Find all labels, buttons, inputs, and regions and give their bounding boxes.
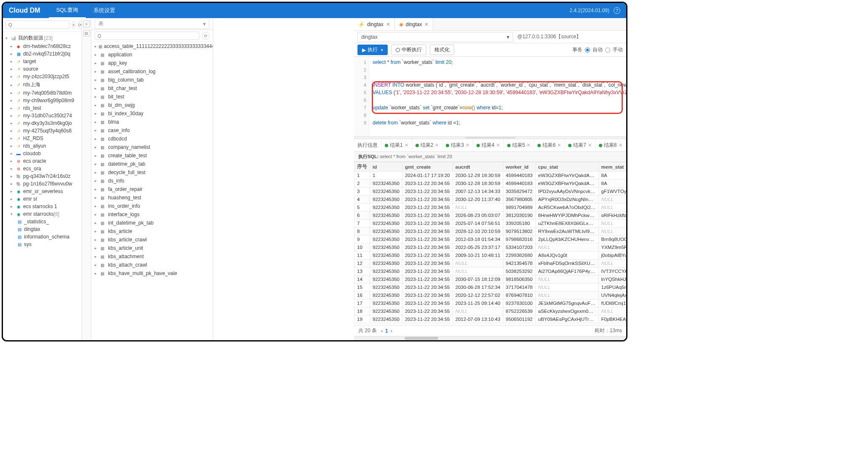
table-item[interactable]: ▸▦kbs_attach_crawl [91,261,213,269]
close-icon[interactable]: ✕ [496,143,500,148]
editor-tab[interactable]: ◉dingtax✕ [395,18,434,30]
result-tab[interactable]: 结果3✕ [442,139,473,151]
table-item[interactable]: ▸▦kbs_article_crawl [91,236,213,244]
datasource-search-input[interactable] [5,21,69,29]
datasource-item[interactable]: ▸↗my-31dh07uc350t274 [3,112,82,119]
table-filter-input[interactable] [95,32,199,40]
table-row[interactable]: 1692232453502023-11-22 20:34:552020-12-1… [355,291,627,299]
table-item[interactable]: ▸▦blma [91,118,213,126]
result-tab[interactable]: 结果6✕ [534,139,565,151]
column-header[interactable]: gmt_create [402,162,453,172]
pager[interactable]: ‹1› [381,328,392,334]
table-item[interactable]: ▸▦bi_dm_swjg [91,101,213,109]
datasource-item[interactable]: ▸↗rds上海 [3,80,82,89]
sql-editor[interactable]: 123456789 select * from `worker_stats` l… [354,57,626,137]
column-header[interactable]: 序号 [355,162,370,172]
result-tab[interactable]: 结果7✕ [565,139,595,151]
table-row[interactable]: 1192232453502023-11-22 20:34:552009-10-2… [355,251,627,259]
table-row[interactable]: 112024-01-17 17:19:202030-12-28 18:30:59… [355,172,627,180]
result-tab[interactable]: 结果4✕ [473,139,504,151]
table-row[interactable]: 692232453502023-11-22 20:34:552026-08-23… [355,212,627,220]
table-row[interactable]: 1292232453502023-11-22 20:34:55NULL94213… [355,259,627,267]
close-icon[interactable]: ✕ [619,143,622,148]
table-item[interactable]: ▸▦app_key [91,59,213,67]
table-item[interactable]: ▸▦kbs_article_unit [91,244,213,252]
close-icon[interactable]: ✕ [527,143,530,148]
result-tab[interactable]: 结果5✕ [504,139,535,151]
table-item[interactable]: ▸▦ins_order_info [91,202,213,210]
refresh-tables-icon[interactable]: ⟳ [202,32,209,40]
scrollbar-horizontal[interactable] [354,336,626,340]
datasource-item[interactable]: ▸↗HZ_RDS [3,135,82,142]
schema-item[interactable]: ▤information_schema [3,233,82,241]
datasource-item[interactable]: ▸↗my-7elq005i8b78d0m [3,89,82,97]
table-item[interactable]: ▸▦kbs_have_multi_pk_have_vale [91,269,213,278]
datasource-item[interactable]: ▸↗my-4275uqf3y4q60s6 [3,127,82,135]
datasource-item[interactable]: ▸↗source [3,65,82,73]
schema-item[interactable]: ▤sys [3,241,82,248]
table-row[interactable]: 1892232453502023-11-22 20:34:55NULL87522… [355,307,627,315]
close-icon[interactable]: ✕ [466,143,469,148]
datasource-item[interactable]: ▸▬cloudob [3,150,82,157]
table-item[interactable]: ▸▦interface_logs [91,210,213,219]
interrupt-button[interactable]: 中断执行 [391,45,426,55]
datasource-item[interactable]: ▸▦db2-nvkq57z1bfr2j0q [3,50,82,58]
close-icon[interactable]: ✕ [386,21,390,27]
datasource-item[interactable]: ▸↗target [3,58,82,65]
topnav-SQL查询[interactable]: SQL查询 [49,3,86,18]
table-row[interactable]: 492232453502023-11-22 20:34:552030-12-20… [355,196,627,204]
txn-manual-radio[interactable] [605,48,610,53]
result-tab[interactable]: 结果2✕ [412,139,443,151]
format-button[interactable]: 格式化 [430,45,454,55]
datasource-item[interactable]: ▸◉ecs starrocks 1 [3,203,82,210]
datasource-item[interactable]: ▸↗rds_test [3,104,82,112]
datasource-item[interactable]: ▸◉emr sr [3,195,82,203]
table-item[interactable]: ▸▦fa_order_repair [91,185,213,193]
table-item[interactable]: ▸▦int_datetime_pk_tab [91,219,213,227]
table-item[interactable]: ▸▦datetime_pk_tab [91,160,213,168]
table-item[interactable]: ▸▦access_table_1111122222223333333333333… [91,42,213,50]
table-row[interactable]: 392232453502023-11-22 20:34:552007-12-13… [355,188,627,196]
table-item[interactable]: ▸▦decycle_full_test [91,168,213,177]
table-row[interactable]: 292232453502023-11-22 20:34:552030-12-28… [355,180,627,188]
database-select[interactable]: dingtax▾ [357,32,513,42]
table-row[interactable]: 1992232453502023-11-22 20:34:552012-07-0… [355,315,627,323]
table-item[interactable]: ▸▦asset_calibration_log [91,67,213,76]
table-item[interactable]: ▸▦kbs_article [91,227,213,236]
close-icon[interactable]: ✕ [435,143,439,148]
datasource-item[interactable]: ▸↗my-dky3y3s3m6kg0jo [3,119,82,127]
run-button[interactable]: ▶ 执行 [357,45,388,55]
table-item[interactable]: ▸▦ds_info [91,177,213,185]
editor-tab[interactable]: ⚡dingtax✕ [354,18,395,30]
result-tab-info[interactable]: 执行信息 [354,139,381,151]
column-header[interactable]: cpu_stat [535,162,598,172]
datasource-root[interactable]: ▾📊我的数据源[23] [3,34,82,42]
column-header[interactable]: mem_stat [598,162,626,172]
toggle-left-icon[interactable]: ≡ [83,21,90,27]
table-item[interactable]: ▸▦big_column_tab [91,76,213,84]
close-icon[interactable]: ✕ [588,143,592,148]
refresh-datasource-icon[interactable]: ⟳ [78,21,82,29]
result-tab[interactable]: 结果1✕ [381,139,412,151]
result-tab[interactable]: 结果9✕ [626,139,627,151]
datasource-item[interactable]: ▸↗rds_aliyun [3,142,82,150]
table-row[interactable]: 1792232453502023-11-22 20:34:552023-11-2… [355,299,627,307]
datasource-item[interactable]: ▾◉emr starrocks[8] [3,210,82,218]
close-icon[interactable]: ✕ [405,143,408,148]
topnav-系统设置[interactable]: 系统设置 [86,3,123,18]
close-icon[interactable]: ✕ [424,21,429,27]
table-row[interactable]: 1592232453502023-11-22 20:34:552030-06-2… [355,283,627,291]
table-row[interactable]: 1492232453502023-11-22 20:34:552030-07-1… [355,275,627,283]
column-header[interactable]: aucrdt [453,162,503,172]
datasource-item[interactable]: ▸◆dm-hwblec7n68t28cz [3,42,82,50]
column-header[interactable]: id [370,162,402,172]
close-icon[interactable]: ✕ [557,143,561,148]
table-item[interactable]: ▸▦kbs_attachment [91,252,213,261]
table-item[interactable]: ▸▦bit_test [91,93,213,101]
table-item[interactable]: ▸▦cdbcdcd [91,135,213,143]
result-tab[interactable]: 结果8✕ [595,139,626,151]
table-item[interactable]: ▸▦huasheng_test [91,193,213,202]
add-datasource-icon[interactable]: + [72,21,75,29]
column-header[interactable]: worker_id [503,162,535,172]
table-item[interactable]: ▸▦company_namelist [91,143,213,151]
